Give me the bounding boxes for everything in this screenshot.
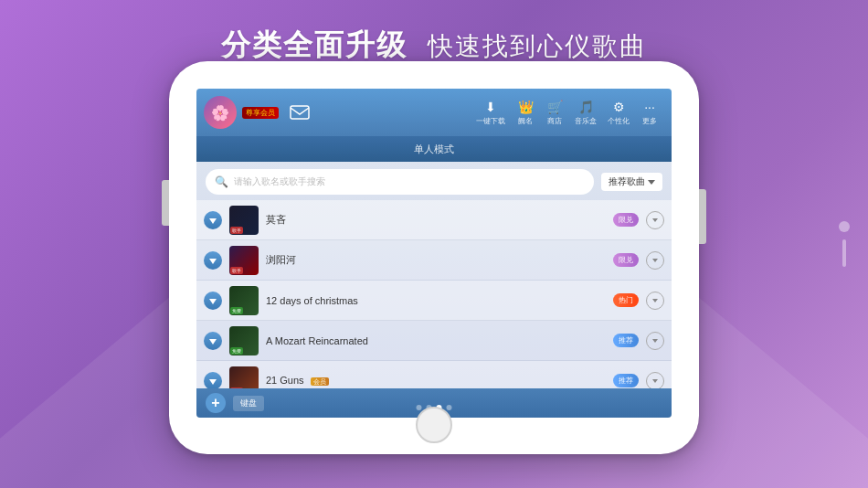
app-header: 🌸 尊享会员 ⬇ 一键下载 👑 bbox=[196, 89, 672, 136]
phone-screen: 🌸 尊享会员 ⬇ 一键下载 👑 bbox=[196, 89, 672, 418]
search-icon: 🔍 bbox=[215, 175, 228, 188]
music-icon-btn[interactable]: 🎵 音乐盒 bbox=[569, 100, 602, 126]
song-title: A Mozart Reincarnated bbox=[266, 335, 606, 346]
shop-icon-btn[interactable]: 🛒 商店 bbox=[540, 100, 569, 126]
vip-badge: 尊享会员 bbox=[242, 107, 279, 119]
search-row: 🔍 请输入歌名或歌手搜索 推荐歌曲 bbox=[196, 162, 672, 200]
download-button[interactable] bbox=[204, 332, 222, 350]
download-button[interactable] bbox=[204, 211, 222, 229]
download-arrow-icon bbox=[209, 379, 217, 385]
song-item[interactable]: 免费 A Mozart Reincarnated 推荐 bbox=[196, 321, 672, 361]
song-item[interactable]: 歌手 浏阳河 限兑 bbox=[196, 240, 672, 281]
deco-circle bbox=[839, 221, 850, 232]
expand-button[interactable] bbox=[646, 292, 664, 310]
song-list: 歌手 莫吝 限兑 歌手 bbox=[196, 200, 672, 401]
expand-chevron-icon bbox=[652, 259, 658, 262]
thumb-badge: 免费 bbox=[230, 307, 243, 314]
download-arrow-icon bbox=[209, 259, 217, 264]
right-decoration bbox=[842, 221, 850, 267]
expand-chevron-icon bbox=[652, 299, 658, 302]
song-title: 21 Guns 会员 bbox=[266, 375, 606, 387]
avatar: 🌸 bbox=[204, 96, 237, 129]
mode-bar: 单人模式 bbox=[196, 136, 672, 162]
download-button[interactable] bbox=[204, 292, 222, 310]
more-icon-btn[interactable]: ··· 更多 bbox=[635, 100, 664, 126]
download-icon-btn[interactable]: ⬇ 一键下载 bbox=[471, 100, 511, 126]
page-dot bbox=[417, 405, 422, 410]
expand-chevron-icon bbox=[652, 218, 658, 222]
expand-chevron-icon bbox=[652, 339, 658, 343]
song-thumbnail: 免费 bbox=[229, 286, 259, 315]
song-thumbnail: 免费 bbox=[229, 326, 259, 355]
power-button bbox=[699, 189, 706, 244]
search-placeholder: 请输入歌名或歌手搜索 bbox=[234, 175, 325, 188]
home-button[interactable] bbox=[416, 407, 452, 443]
header-icons-right: ⬇ 一键下载 👑 阙名 🛒 商店 🎵 音乐盒 bbox=[471, 100, 664, 126]
tag-recommend: 推荐 bbox=[613, 334, 639, 347]
page-title: 分类全面升级 快速找到心仪歌曲 bbox=[221, 26, 647, 66]
expand-button[interactable] bbox=[646, 332, 664, 350]
crown-icon-btn[interactable]: 👑 阙名 bbox=[511, 100, 540, 126]
chevron-down-icon bbox=[648, 180, 655, 185]
song-thumbnail: 歌手 bbox=[229, 206, 259, 235]
song-item[interactable]: 免费 12 days of christmas 热门 bbox=[196, 281, 672, 321]
download-arrow-icon bbox=[209, 218, 217, 224]
song-item[interactable]: 歌手 莫吝 限兑 bbox=[196, 200, 672, 240]
download-button[interactable] bbox=[204, 372, 222, 390]
expand-button[interactable] bbox=[646, 251, 664, 270]
phone-frame: 🌸 尊享会员 ⬇ 一键下载 👑 bbox=[169, 61, 699, 454]
tag-vip: 限兑 bbox=[613, 213, 639, 227]
mail-icon[interactable] bbox=[284, 105, 315, 120]
download-button[interactable] bbox=[204, 251, 222, 270]
plus-button[interactable]: + bbox=[206, 393, 226, 413]
thumb-badge: 歌手 bbox=[230, 227, 243, 234]
keyboard-button[interactable]: 键盘 bbox=[233, 396, 264, 411]
svg-rect-0 bbox=[291, 106, 309, 119]
filter-label: 推荐歌曲 bbox=[609, 175, 645, 188]
filter-button[interactable]: 推荐歌曲 bbox=[601, 173, 662, 191]
deco-line bbox=[842, 239, 846, 267]
volume-button bbox=[162, 180, 169, 226]
tag-hot: 热门 bbox=[613, 293, 639, 307]
mode-label: 单人模式 bbox=[414, 143, 454, 156]
member-badge: 会员 bbox=[311, 377, 329, 386]
tag-recommend: 推荐 bbox=[613, 374, 639, 387]
phone-body: 🌸 尊享会员 ⬇ 一键下载 👑 bbox=[169, 61, 699, 454]
song-title: 浏阳河 bbox=[266, 253, 606, 267]
tag-vip: 限兑 bbox=[613, 253, 639, 267]
thumb-badge: 歌手 bbox=[230, 267, 243, 274]
page-dot bbox=[447, 405, 452, 410]
expand-chevron-icon bbox=[652, 379, 658, 383]
song-title: 莫吝 bbox=[266, 213, 606, 227]
expand-button[interactable] bbox=[646, 211, 664, 229]
content-area: 🔍 请输入歌名或歌手搜索 推荐歌曲 bbox=[196, 162, 672, 401]
download-arrow-icon bbox=[209, 299, 217, 304]
search-box[interactable]: 🔍 请输入歌名或歌手搜索 bbox=[206, 169, 594, 195]
expand-button[interactable] bbox=[646, 372, 664, 390]
thumb-badge: 免费 bbox=[230, 347, 243, 355]
song-thumbnail: 歌手 bbox=[229, 246, 259, 275]
download-arrow-icon bbox=[209, 339, 217, 345]
song-title: 12 days of christmas bbox=[266, 295, 606, 306]
settings-icon-btn[interactable]: ⚙ 个性化 bbox=[602, 100, 635, 126]
